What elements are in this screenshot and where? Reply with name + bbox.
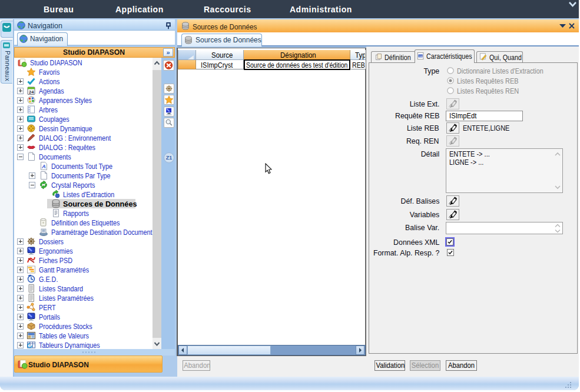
svg-text:A: A	[41, 163, 46, 170]
svg-text:24: 24	[29, 89, 34, 95]
svg-text:XML: XML	[419, 55, 423, 58]
